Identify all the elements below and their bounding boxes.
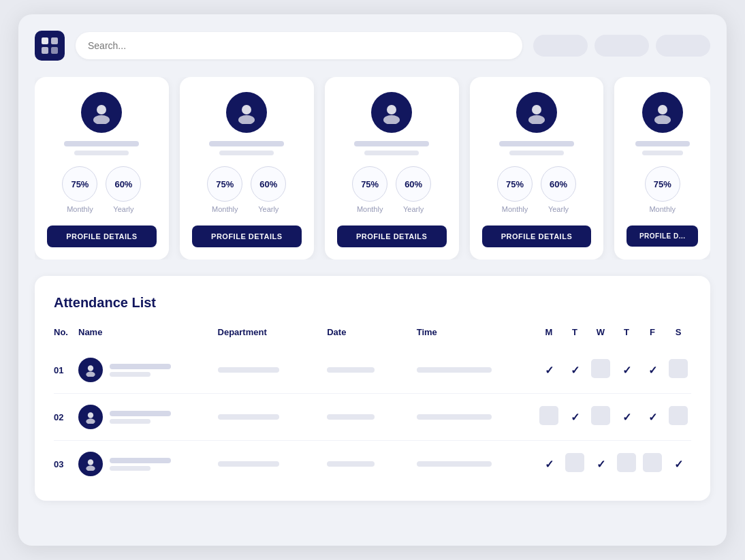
col-s: S	[665, 327, 691, 347]
svg-point-8	[387, 105, 396, 114]
profile-card-3: 75% Monthly 60% Yearly PROFILE DETAILS	[325, 77, 459, 260]
day-w-3: ✓	[588, 441, 614, 488]
avatar-4	[516, 92, 557, 133]
date-cell-2	[327, 394, 416, 441]
svg-rect-0	[42, 37, 48, 44]
stat-monthly-5: 75% Monthly	[645, 166, 680, 213]
yearly-label-2: Yearly	[258, 205, 279, 213]
svg-point-12	[658, 105, 667, 114]
day-t-1: ✓	[562, 347, 588, 394]
card-name-line-5	[635, 141, 690, 146]
svg-point-17	[86, 419, 95, 424]
row-num-1: 01	[54, 347, 78, 394]
check-icon: ✓	[571, 411, 580, 423]
day-m-3: ✓	[536, 441, 562, 488]
stat-monthly-3: 75% Monthly	[352, 166, 387, 213]
day-s-1	[665, 347, 691, 394]
time-cell-3	[417, 441, 536, 488]
header-pill-3	[656, 35, 710, 57]
table-row: 01	[54, 347, 691, 394]
logo-icon	[35, 31, 65, 61]
table-row: 03	[54, 441, 691, 488]
day-th-2: ✓	[614, 394, 639, 441]
search-input[interactable]	[76, 32, 522, 59]
card-name-line-4	[499, 141, 574, 146]
stat-monthly-4: 75% Monthly	[497, 166, 533, 213]
check-icon: ✓	[597, 458, 605, 470]
profile-details-btn-2[interactable]: PROFILE DETAILS	[192, 225, 302, 247]
col-t1: T	[562, 327, 588, 347]
day-t-3	[562, 441, 588, 488]
svg-point-18	[88, 459, 93, 465]
svg-rect-1	[51, 37, 58, 44]
attendance-table: No. Name Department Date Time M T W T F …	[54, 327, 691, 487]
svg-point-11	[528, 115, 545, 124]
header-actions	[533, 35, 710, 57]
avatar-3	[371, 92, 412, 133]
col-name: Name	[78, 327, 218, 347]
stat-yearly-2: 60% Yearly	[251, 166, 286, 213]
card-name-line-3	[354, 141, 429, 146]
check-icon: ✓	[545, 458, 554, 470]
yearly-circle-4: 60%	[541, 166, 576, 202]
card-sub-line-1	[74, 151, 129, 155]
name-line-3b	[110, 466, 150, 471]
name-cell-2	[78, 394, 218, 441]
avatar-5	[642, 92, 683, 133]
profile-details-btn-4[interactable]: PROFILE DETAILS	[482, 225, 592, 247]
yearly-circle-2: 60%	[251, 166, 286, 202]
day-m-2	[536, 394, 562, 441]
profile-details-btn-3[interactable]: PROFILE DETAILS	[337, 225, 447, 247]
profile-details-btn-1[interactable]: PROFILE DETAILS	[47, 225, 157, 247]
day-box	[669, 406, 688, 425]
yearly-circle-3: 60%	[396, 166, 431, 202]
card-stats-5: 75% Monthly	[627, 166, 698, 213]
dept-cell-2	[218, 394, 328, 441]
day-f-1: ✓	[639, 347, 665, 394]
svg-rect-2	[42, 47, 48, 54]
date-cell-1	[327, 347, 416, 394]
yearly-label-4: Yearly	[548, 205, 569, 213]
day-box	[565, 453, 584, 472]
attendance-title: Attendance List	[54, 295, 691, 311]
card-stats-3: 75% Monthly 60% Yearly	[337, 166, 447, 213]
svg-point-4	[97, 105, 106, 114]
dept-cell-3	[218, 441, 328, 488]
name-line-1b	[110, 372, 150, 377]
monthly-circle-5: 75%	[645, 166, 680, 202]
day-box	[539, 406, 558, 425]
day-box	[591, 406, 610, 425]
day-s-2	[665, 394, 691, 441]
profile-cards-row: 75% Monthly 60% Yearly PROFILE DETAILS	[35, 77, 710, 260]
monthly-circle-4: 75%	[497, 166, 533, 202]
svg-point-9	[383, 115, 400, 124]
monthly-label-4: Monthly	[502, 205, 528, 213]
stat-monthly-2: 75% Monthly	[207, 166, 242, 213]
day-m-1: ✓	[536, 347, 562, 394]
monthly-label-1: Monthly	[67, 205, 93, 213]
card-name-line-1	[64, 141, 139, 146]
col-time: Time	[417, 327, 536, 347]
day-f-3	[639, 441, 665, 488]
monthly-label-2: Monthly	[212, 205, 238, 213]
col-dept: Department	[218, 327, 328, 347]
row-avatar-2	[78, 405, 103, 429]
monthly-circle-3: 75%	[352, 166, 387, 202]
check-icon: ✓	[674, 458, 683, 470]
row-num-2: 02	[54, 394, 78, 441]
yearly-circle-1: 60%	[106, 166, 141, 202]
card-stats-4: 75% Monthly 60% Yearly	[482, 166, 592, 213]
dept-cell-1	[218, 347, 328, 394]
day-box	[591, 359, 610, 378]
yearly-label-3: Yearly	[403, 205, 424, 213]
svg-point-15	[86, 372, 95, 377]
svg-point-6	[242, 105, 251, 114]
card-sub-line-4	[509, 151, 564, 155]
table-row: 02	[54, 394, 691, 441]
profile-details-btn-5[interactable]: PROFILE D...	[627, 225, 698, 247]
profile-card-2: 75% Monthly 60% Yearly PROFILE DETAILS	[180, 77, 314, 260]
check-icon: ✓	[571, 364, 580, 376]
time-cell-2	[417, 394, 536, 441]
check-icon: ✓	[622, 411, 631, 423]
attendance-section: Attendance List No. Name Department Date…	[35, 276, 710, 501]
